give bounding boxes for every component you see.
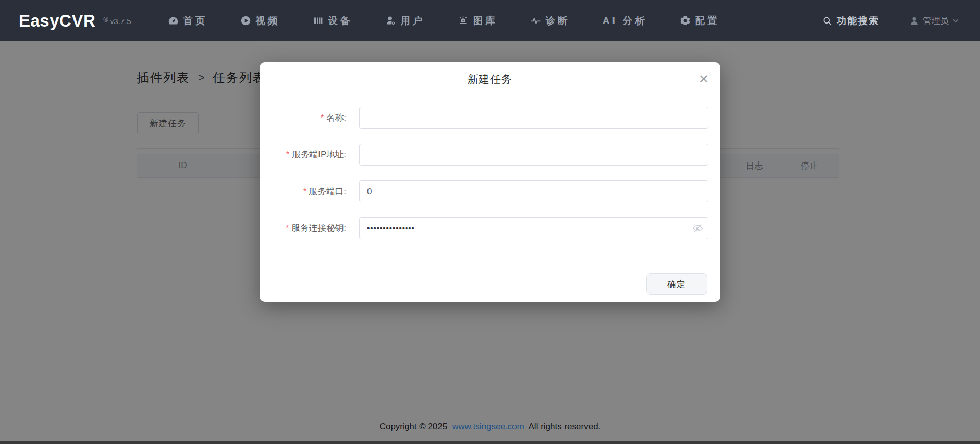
search-label: 功能搜索 <box>837 14 879 28</box>
dialog-footer-divider <box>260 263 720 263</box>
function-search[interactable]: 功能搜索 <box>822 14 879 28</box>
nav-item-user[interactable]: 用户 <box>385 14 425 28</box>
nav-item-device[interactable]: 设备 <box>313 14 353 28</box>
form-row-server-ip: *服务端IP地址: <box>260 144 720 166</box>
user-label: 管理员 <box>923 15 949 27</box>
gear-icon <box>680 15 691 26</box>
input-wrap-name <box>359 107 708 129</box>
nav-item-label: 配置 <box>695 14 720 28</box>
form-row-server-port: *服务端口: <box>260 180 720 202</box>
version-label: v3.7.5 <box>110 17 131 26</box>
nav-item-gallery[interactable]: 图库 <box>458 14 498 28</box>
play-circle-icon <box>240 15 251 26</box>
nav-item-label: 用户 <box>401 14 425 28</box>
dialog-header: 新建任务 ✕ <box>260 62 720 96</box>
new-task-dialog: 新建任务 ✕ *名称: *服务端IP地址: *服务端口: <box>260 62 720 302</box>
label-text: 服务端IP地址: <box>292 150 346 159</box>
nav-item-ai-analysis[interactable]: AI 分析 <box>603 14 647 28</box>
alarm-lamp-icon <box>458 15 469 26</box>
device-icon <box>313 15 324 26</box>
nav-item-config[interactable]: 配置 <box>680 14 720 28</box>
input-wrap-server-port <box>359 180 708 202</box>
pulse-icon <box>530 15 541 26</box>
nav-item-label: 视频 <box>256 14 280 28</box>
field-label-secret-key: *服务连接秘钥: <box>260 217 346 239</box>
label-text: 名称: <box>326 113 346 123</box>
registered-mark: ® <box>103 16 108 24</box>
user-gear-icon <box>385 15 396 26</box>
top-navbar: EasyCVR ® v3.7.5 首页 视频 设备 用户 图库 诊断 <box>0 0 980 41</box>
page-content: 插件列表 > 任务列表 新建任务 ID 日志 停止 Copyright © 20… <box>0 41 980 444</box>
required-asterisk: * <box>286 224 289 232</box>
secret-key-input[interactable] <box>359 217 708 239</box>
main-menu: 首页 视频 设备 用户 图库 诊断 AI 分析 配置 <box>168 14 752 28</box>
eye-off-icon[interactable] <box>692 223 703 234</box>
form-row-name: *名称: <box>260 107 720 129</box>
field-label-server-ip: *服务端IP地址: <box>260 144 346 166</box>
label-text: 服务连接秘钥: <box>291 223 346 233</box>
required-asterisk: * <box>321 113 324 122</box>
field-label-server-port: *服务端口: <box>260 180 346 202</box>
close-icon[interactable]: ✕ <box>699 62 709 96</box>
bottom-strip <box>0 441 980 444</box>
dialog-title: 新建任务 <box>260 62 720 96</box>
nav-item-label: 设备 <box>328 14 353 28</box>
nav-item-diagnosis[interactable]: 诊断 <box>530 14 570 28</box>
server-ip-input[interactable] <box>359 144 708 166</box>
nav-item-label: 图库 <box>473 14 498 28</box>
nav-item-label: 诊断 <box>546 14 570 28</box>
server-port-input[interactable] <box>359 180 708 202</box>
form-row-secret-key: *服务连接秘钥: <box>260 217 720 239</box>
person-icon <box>909 16 919 26</box>
input-wrap-secret-key <box>359 217 708 239</box>
app-logo: EasyCVR <box>19 11 95 31</box>
search-icon <box>822 16 832 26</box>
confirm-button[interactable]: 确定 <box>646 273 707 295</box>
app-version: ® v3.7.5 <box>103 17 131 26</box>
name-input[interactable] <box>359 107 708 129</box>
chevron-down-icon <box>952 17 960 25</box>
navbar-right: 功能搜索 管理员 <box>822 14 960 28</box>
nav-item-label: AI 分析 <box>603 14 647 28</box>
input-wrap-server-ip <box>359 144 708 166</box>
nav-item-home[interactable]: 首页 <box>168 14 208 28</box>
required-asterisk: * <box>286 150 289 159</box>
field-label-name: *名称: <box>260 107 346 129</box>
nav-item-label: 首页 <box>183 14 208 28</box>
label-text: 服务端口: <box>309 186 346 196</box>
dashboard-icon <box>168 15 179 26</box>
user-menu[interactable]: 管理员 <box>909 15 960 27</box>
nav-item-video[interactable]: 视频 <box>240 14 280 28</box>
required-asterisk: * <box>303 187 306 196</box>
